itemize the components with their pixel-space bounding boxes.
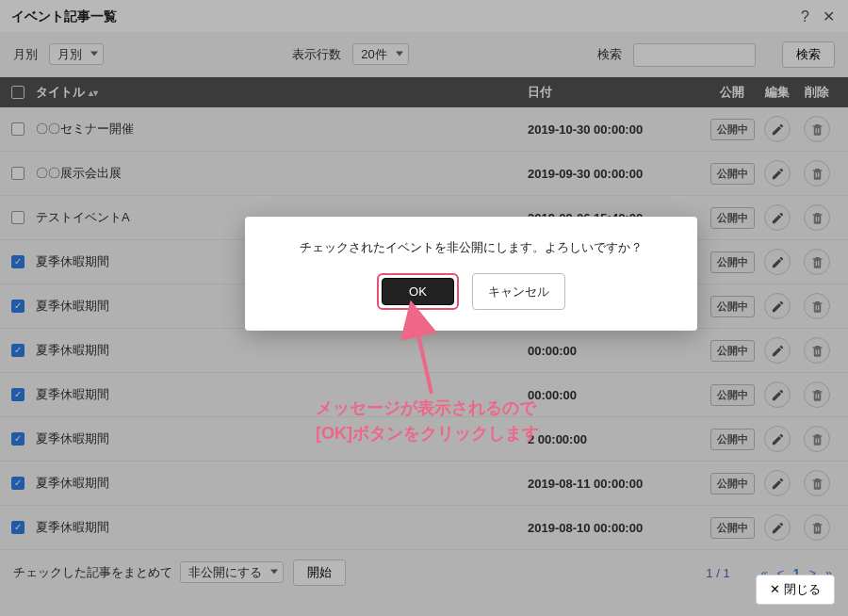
confirm-dialog: チェックされたイベントを非公開にします。よろしいですか？ OK キャンセル (245, 217, 697, 331)
close-x-icon: ✕ (770, 582, 784, 596)
dialog-message: チェックされたイベントを非公開にします。よろしいですか？ (264, 239, 678, 256)
ok-button[interactable]: OK (382, 278, 454, 305)
annotation-text: メッセージが表示されるので [OK]ボタンをクリックします (316, 396, 539, 446)
annotation-arrow (405, 313, 443, 401)
close-button[interactable]: ✕ 閉じる (756, 575, 835, 605)
ok-button-highlight: OK (377, 273, 459, 310)
svg-line-0 (415, 318, 432, 394)
window-close-footer: ✕ 閉じる (756, 575, 835, 605)
cancel-button[interactable]: キャンセル (472, 273, 565, 310)
